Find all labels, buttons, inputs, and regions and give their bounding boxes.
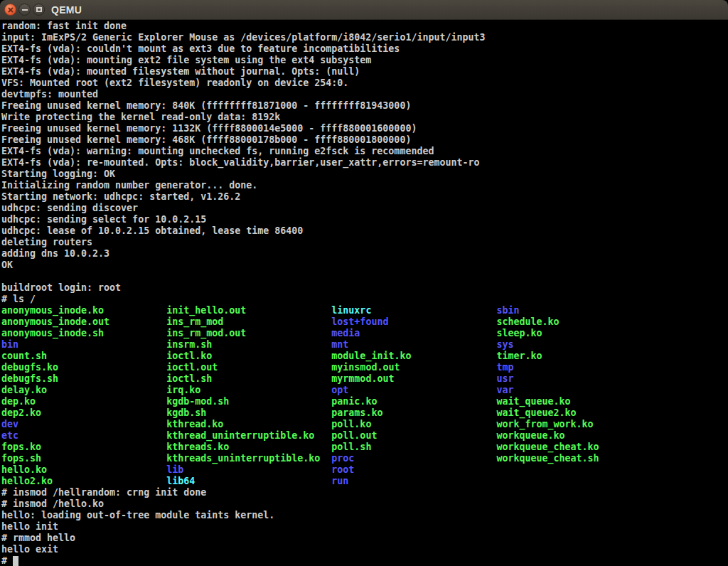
file-entry: workqueue.ko [497, 430, 565, 441]
console-line: random: fast init done [1, 21, 728, 32]
file-entry: media [331, 328, 496, 338]
console-text: # [1, 555, 13, 566]
console-text: Starting logging: OK [1, 169, 115, 179]
file-entry: debugfs.ko [1, 362, 166, 373]
console-line: Freeing unused kernel memory: 468K (ffff… [1, 134, 728, 146]
console-text: Freeing unused kernel memory: 840K (ffff… [1, 100, 411, 111]
file-entry: myinsmod.out [331, 362, 496, 373]
file-entry: lib64 [166, 476, 331, 486]
console-text: EXT4-fs (vda): mounted filesystem withou… [1, 66, 360, 77]
file-entry: kthread_uninterruptible.ko [166, 430, 331, 441]
file-entry: insrm.sh [166, 339, 331, 350]
console-line: delay.ko irq.ko opt var [1, 385, 728, 396]
console-line: VFS: Mounted root (ext2 filesystem) read… [1, 78, 728, 89]
console-text: EXT4-fs (vda): couldn't mount as ext3 du… [1, 43, 400, 54]
minimize-button[interactable] [18, 4, 31, 16]
file-entry: root [331, 464, 354, 475]
file-entry: params.ko [331, 407, 496, 418]
console-text: input: ImExPS/2 Generic Explorer Mouse a… [1, 32, 485, 43]
console-line: # ls / [1, 294, 728, 305]
console-line: # insmod /hellrandom: crng init done [1, 487, 728, 498]
file-entry: anonymous_inode.sh [1, 328, 166, 338]
console-line: etc kthread_uninterruptible.ko poll.out … [1, 430, 728, 442]
guest-console[interactable]: random: fast init doneinput: ImExPS/2 Ge… [0, 20, 728, 566]
file-entry: mnt [331, 339, 496, 350]
console-line: input: ImExPS/2 Generic Explorer Mouse a… [1, 32, 728, 43]
console-line: Starting logging: OK [1, 169, 728, 180]
file-entry: poll.sh [331, 442, 496, 452]
console-line: fops.ko kthreads.ko poll.sh workqueue_ch… [1, 442, 728, 453]
console-line: # [1, 555, 728, 566]
console-text: VFS: Mounted root (ext2 filesystem) read… [1, 78, 348, 88]
console-text: # ls / [1, 294, 36, 304]
file-entry: kthread.ko [166, 419, 331, 429]
file-entry: panic.ko [331, 396, 496, 407]
qemu-window: QEMU random: fast init doneinput: ImExPS… [0, 0, 728, 566]
console-line: udhcpc: sending select for 10.0.2.15 [1, 214, 728, 225]
console-line: adding dns 10.0.2.3 [1, 248, 728, 260]
console-line: count.sh ioctl.ko module_init.ko timer.k… [1, 351, 728, 362]
console-text: EXT4-fs (vda): warning: mounting uncheck… [1, 146, 434, 156]
file-entry: anonymous_inode.out [1, 316, 166, 327]
maximize-icon [36, 7, 42, 12]
console-text: deleting routers [1, 237, 92, 247]
console-text: Freeing unused kernel memory: 468K (ffff… [1, 134, 411, 145]
console-line: debugfs.ko ioctl.out myinsmod.out tmp [1, 362, 728, 373]
file-entry: dep2.ko [1, 407, 166, 418]
file-entry: anonymous_inode.ko [1, 305, 166, 316]
file-entry: timer.ko [497, 351, 542, 361]
console-line: udhcpc: lease of 10.0.2.15 obtained, lea… [1, 225, 728, 237]
file-entry: delay.ko [1, 385, 166, 395]
maximize-button[interactable] [33, 4, 45, 16]
console-text: buildroot login: root [1, 282, 121, 293]
file-entry: lib [166, 464, 331, 475]
console-text: # insmod /hellrandom: crng init done [1, 487, 206, 498]
file-entry: poll.ko [331, 419, 496, 429]
file-entry: sbin [497, 305, 520, 316]
file-entry: etc [1, 430, 166, 441]
console-line: EXT4-fs (vda): mounting ext2 file system… [1, 55, 728, 66]
console-line: # insmod /hello.ko [1, 498, 728, 510]
console-text: hello init [1, 521, 58, 532]
console-text: # insmod /hello.ko [1, 498, 104, 509]
console-text: # rmmod hello [1, 533, 75, 543]
console-line: anonymous_inode.sh ins_rm_mod.out media … [1, 328, 728, 339]
file-entry: dev [1, 419, 166, 429]
console-text: udhcpc: sending select for 10.0.2.15 [1, 214, 206, 225]
file-entry: bin [1, 339, 166, 350]
file-entry: lost+found [331, 316, 496, 327]
console-line: bin insrm.sh mnt sys [1, 339, 728, 351]
file-entry: usr [497, 373, 514, 384]
file-entry: proc [331, 453, 496, 464]
console-text: devtmpfs: mounted [1, 89, 98, 100]
titlebar[interactable]: QEMU [0, 0, 728, 20]
file-entry: debugfs.sh [1, 373, 166, 384]
console-line: devtmpfs: mounted [1, 89, 728, 100]
console-line: fops.sh kthreads_uninterruptible.ko proc… [1, 453, 728, 464]
window-title: QEMU [51, 4, 82, 16]
file-entry: run [331, 476, 348, 486]
console-line: hello exit [1, 544, 728, 555]
file-entry: myrmmod.out [331, 373, 496, 384]
console-line: dev kthread.ko poll.ko work_from_work.ko [1, 419, 728, 430]
file-entry: ioctl.ko [166, 351, 331, 361]
console-text: adding dns 10.0.2.3 [1, 248, 109, 259]
file-entry: linuxrc [331, 305, 496, 316]
file-entry: count.sh [1, 351, 166, 361]
file-entry: wait_queue2.ko [497, 407, 577, 418]
console-text: Write protecting the kernel read-only da… [1, 112, 280, 122]
console-line: Starting network: udhcpc: started, v1.26… [1, 191, 728, 203]
file-entry: ioctl.sh [166, 373, 331, 384]
close-button[interactable] [4, 4, 16, 16]
console-text: udhcpc: sending discover [1, 203, 138, 213]
console-line: OK [1, 260, 728, 271]
console-text: Initializing random number generator... … [1, 180, 257, 191]
console-line: EXT4-fs (vda): mounted filesystem withou… [1, 66, 728, 78]
console-line: Freeing unused kernel memory: 840K (ffff… [1, 100, 728, 112]
console-text: random: fast init done [1, 21, 127, 31]
console-line: Write protecting the kernel read-only da… [1, 112, 728, 123]
file-entry: kgdb-mod.sh [166, 396, 331, 407]
file-entry: poll.out [331, 430, 496, 441]
console-line: hello: loading out-of-tree module taints… [1, 510, 728, 521]
console-line: # rmmod hello [1, 533, 728, 544]
